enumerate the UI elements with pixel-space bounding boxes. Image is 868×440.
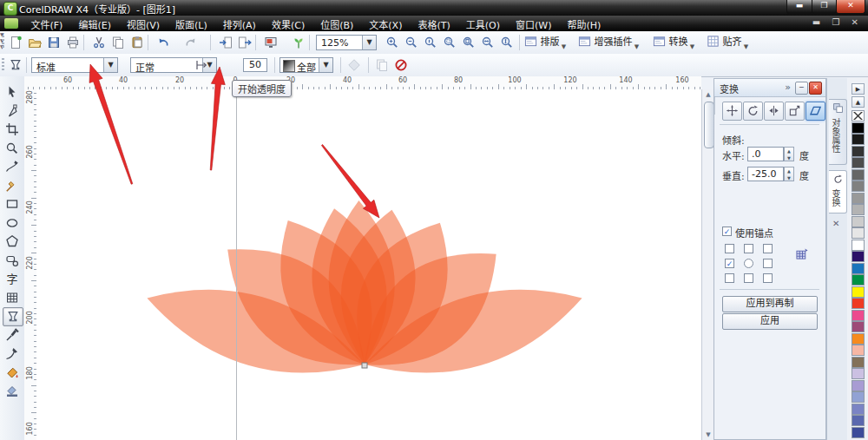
menu-item-e[interactable]: 编辑(E) [70,16,119,31]
drawing-canvas[interactable] [36,89,701,440]
anchor-point-2-2[interactable] [763,273,773,283]
palette-flyout-button[interactable]: ▶ [852,83,865,95]
color-swatch[interactable] [852,321,865,332]
anchor-point-0-1[interactable] [744,244,753,253]
palette-scroll-up-icon[interactable]: ▲ [852,96,865,108]
transparency-tool[interactable] [3,307,23,326]
toolbar-button-redo[interactable] [182,34,200,51]
transform-scale-mirror-button[interactable] [764,102,784,121]
object-node-handle[interactable] [362,363,367,368]
spinner-control[interactable]: ▲▼ [784,167,794,181]
anchor-point-2-0[interactable] [725,273,734,283]
color-swatch[interactable] [852,274,865,286]
interactive-fill-tool[interactable] [3,382,22,399]
copy-properties-icon[interactable] [373,56,391,74]
freeze-transparency-icon[interactable] [345,56,363,74]
color-swatch[interactable] [852,310,865,321]
menu-item-b[interactable]: 位图(B) [312,16,361,31]
eyedropper-tool[interactable] [3,326,22,344]
toolbar-button-zoom-in[interactable] [384,34,401,51]
transform-position-button[interactable] [722,102,742,121]
text-tool[interactable]: 字 [3,270,22,287]
docker-expand-icon[interactable]: » [785,82,791,93]
crop-tool[interactable] [3,121,22,138]
color-swatch[interactable] [852,240,865,251]
toolbar-button-snap[interactable]: 贴齐 ▼ [707,34,748,51]
menu-item-x[interactable]: 文本(X) [361,16,410,31]
spinner-control[interactable]: ▲▼ [784,147,794,161]
color-swatch[interactable] [852,169,865,181]
toolbar-button-app-launcher[interactable] [262,34,279,51]
transform-size-button[interactable] [785,102,805,121]
use-anchor-checkbox[interactable]: ✓ [722,227,732,236]
freehand-tool[interactable] [3,158,22,175]
smart-fill-tool[interactable] [3,177,22,194]
toolbar-button-open-folder[interactable] [26,34,43,51]
ellipse-tool[interactable] [3,214,22,232]
anchor-point-1-0[interactable]: ✓ [725,259,734,268]
docker-tab-close-icon[interactable]: ✕ [832,219,839,228]
toolbar-button-zoom-page[interactable] [460,34,477,51]
toolbar-button-zoom-selected[interactable] [441,34,458,51]
apply-to-duplicate-button[interactable]: 应用到再制 [722,296,818,312]
scroll-down-icon[interactable]: ▼ [704,430,713,439]
toolbar-button-save-file[interactable] [45,34,62,51]
docker-minimize-button[interactable]: ─ [795,82,808,95]
toolbar-button-paste[interactable] [128,34,146,51]
close-button[interactable]: ✕ [836,0,865,14]
toolbar-button-layout[interactable]: 排版 ▼ [524,34,566,51]
field-input-horizontal[interactable]: .0 [747,147,784,161]
menu-item-f[interactable]: 文件(F) [23,16,71,31]
color-swatch[interactable] [852,404,865,415]
basic-shapes-tool[interactable] [3,252,22,269]
toolbar-button-convert[interactable]: 转换 ▼ [653,34,694,51]
color-swatch[interactable] [852,181,865,192]
color-swatch[interactable] [852,333,865,345]
fill-tool[interactable] [3,364,22,381]
toolbar-button-plugins[interactable]: 增强插件 ▼ [578,34,639,51]
color-swatch[interactable] [852,345,865,356]
transform-rotation-button[interactable] [743,102,763,121]
menu-item-v[interactable]: 视图(V) [119,16,168,31]
color-swatch[interactable] [852,216,865,227]
transparency-type-dropdown[interactable]: 标准 ▼ [31,57,118,73]
color-swatch[interactable] [852,134,865,145]
toolbar-button-zoom-out[interactable] [403,34,420,51]
zoom-tool[interactable] [3,140,22,157]
chevron-down-icon[interactable]: ▼ [362,36,376,49]
color-swatch[interactable] [852,427,865,438]
chevron-down-icon[interactable]: ▼ [319,58,332,72]
toolbar-button-welcome-screen[interactable] [290,34,307,51]
color-swatch[interactable] [852,298,865,309]
color-swatch[interactable] [852,263,865,274]
color-swatch[interactable] [852,157,865,168]
color-swatch[interactable] [852,251,865,262]
toolbar-button-zoom-width[interactable] [479,34,496,51]
anchor-point-2-1[interactable] [744,273,753,283]
color-swatch[interactable] [852,357,865,368]
scroll-up-icon[interactable]: ▲ [704,90,713,99]
apply-button[interactable]: 应用 [722,313,818,330]
minimize-button[interactable]: ▬ [786,0,812,14]
toolbar-button-copy[interactable] [109,34,127,51]
color-swatch[interactable] [852,380,865,391]
field-input-vertical[interactable]: -25.0 [747,167,784,181]
toolbar-button-zoom-height[interactable] [498,34,516,51]
maximize-button[interactable]: ❐ [812,0,837,14]
color-swatch[interactable] [852,415,865,426]
menu-item-a[interactable]: 排列(A) [215,16,264,31]
docker-close-button[interactable]: ✕ [809,82,822,95]
color-swatch[interactable] [852,286,865,298]
menu-item-l[interactable]: 版面(L) [168,16,215,31]
toolbar-button-export[interactable] [236,34,253,51]
shape-tool[interactable] [3,102,22,120]
color-swatch[interactable] [852,193,865,204]
vertical-scrollbar[interactable]: ▲ ▼ [701,89,714,440]
menu-item-o[interactable]: 工具(O) [458,16,508,31]
toolbar-button-new-document[interactable] [7,34,24,51]
docker-tab-transform[interactable]: 变换 [829,170,847,213]
color-swatch[interactable] [852,391,865,403]
docker-tab-object-properties[interactable]: 对象属性 [829,99,847,165]
transparency-target-dropdown[interactable]: 全部 ▼ [279,57,333,73]
anchor-point-0-0[interactable] [725,244,734,253]
